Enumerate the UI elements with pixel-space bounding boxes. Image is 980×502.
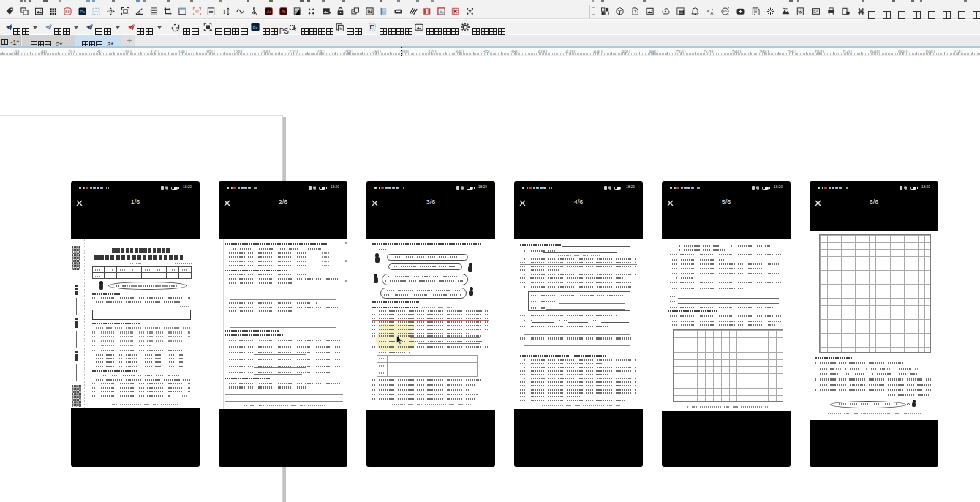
svg-text:A: A: [710, 10, 714, 15]
svg-text:88: 88: [65, 9, 70, 14]
svg-text:Ps: Ps: [80, 10, 85, 14]
svg-text:Ai: Ai: [281, 10, 285, 14]
svg-text:Ps: Ps: [252, 26, 257, 30]
svg-text:T: T: [222, 8, 226, 15]
svg-text:EA: EA: [813, 10, 818, 13]
svg-text:ocs: ocs: [94, 10, 99, 13]
svg-text:T: T: [634, 10, 637, 14]
svg-text:Ai: Ai: [267, 10, 271, 14]
svg-text:PS: PS: [723, 10, 728, 13]
svg-text:b: b: [339, 27, 342, 31]
svg-text:a: a: [707, 7, 710, 12]
